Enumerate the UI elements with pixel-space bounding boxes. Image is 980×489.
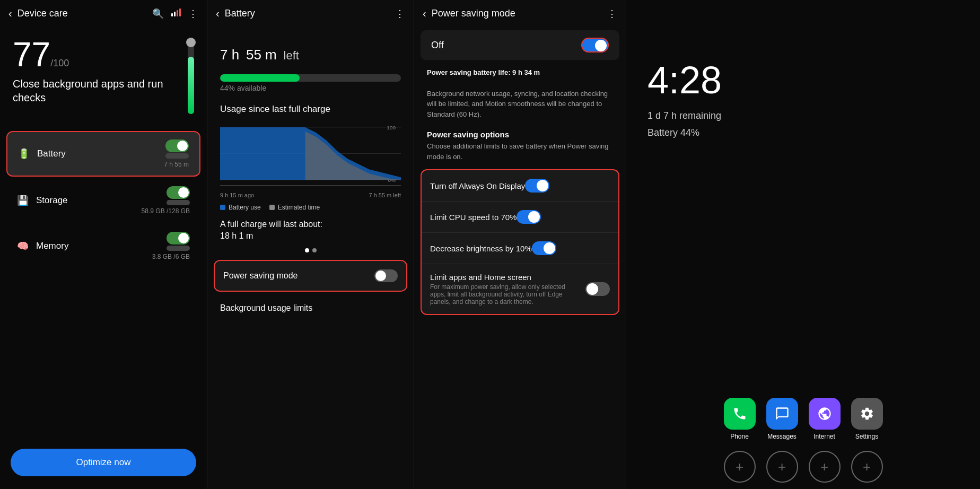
legend-estimated: Estimated time [269,204,320,211]
aod-toggle[interactable] [525,179,549,193]
ps-options-box: Turn off Always On Display Limit CPU spe… [421,169,619,315]
topbar-icons: 🔍 ⋮ [152,8,198,20]
ps-option-limit-apps[interactable]: Limit apps and Home screen For maximum p… [422,264,618,314]
battery-more-icon[interactable]: ⋮ [395,8,405,20]
battery-mins: 55 m [246,47,277,63]
brightness-toggle[interactable] [532,241,556,255]
battery-icon: 🔋 [18,148,33,160]
aod-time: 4:28 [626,27,980,107]
legend-battery-label: Battery use [229,204,261,211]
app-phone[interactable]: Phone [724,398,756,440]
legend-estimated-dot [269,205,275,210]
storage-toggle: 58.9 GB /128 GB [142,186,190,215]
ps-back-icon[interactable]: ‹ [423,7,426,20]
cpu-toggle[interactable] [517,210,541,224]
svg-rect-0 [171,13,173,16]
settings-icon [851,398,883,430]
brightness-toggle-thumb [544,242,555,254]
storage-toggle-sub [167,200,190,205]
page-dot-2 [312,248,317,252]
app-messages[interactable]: Messages [766,398,798,440]
more-menu-icon[interactable]: ⋮ [188,8,198,20]
score-description: Close background apps and run checks [13,77,179,104]
legend-battery-dot [220,205,225,210]
app-internet[interactable]: Internet [809,398,841,440]
battery-hours: 7 h [220,47,239,63]
ps-off-row: Off [421,30,619,60]
power-saving-thumb [375,270,386,281]
battery-title: Battery [225,8,395,19]
memory-item-value: 3.8 GB /6 GB [152,253,190,260]
ps-info-text: Background network usage, syncing, and l… [414,84,626,126]
app-settings[interactable]: Settings [851,398,883,440]
power-saving-row[interactable]: Power saving mode [214,260,407,292]
usage-section-label: Usage since last full charge [207,98,414,118]
svg-rect-3 [179,8,181,16]
battery-topbar: ‹ Battery ⋮ [207,0,414,27]
add-button-1[interactable]: + [724,451,756,483]
battery-progress-bar [220,74,401,82]
messages-icon [766,398,798,430]
score-display: 77/100 [13,38,179,72]
memory-toggle-sub [167,246,190,251]
storage-icon: 💾 [17,195,32,206]
ps-option-brightness-text: Decrease brightness by 10% [430,244,532,253]
add-button-4[interactable]: + [851,451,883,483]
power-saving-label: Power saving mode [223,271,374,281]
score-left: 77/100 Close background apps and run che… [13,38,179,104]
aod-toggle-thumb [537,180,548,191]
ps-option-limit-sub: For maximum power saving, allow only sel… [430,283,581,305]
svg-rect-1 [174,12,176,16]
ps-option-brightness[interactable]: Decrease brightness by 10% [422,233,618,264]
ps-more-icon[interactable]: ⋮ [607,8,617,20]
memory-toggle: 3.8 GB /6 GB [152,232,190,260]
memory-list-item[interactable]: 🧠 Memory 3.8 GB /6 GB [6,224,200,268]
ps-option-aod[interactable]: Turn off Always On Display [422,170,618,202]
device-care-title: Device care [18,8,152,19]
battery-item-label: Battery [37,149,164,159]
panel-battery: ‹ Battery ⋮ 7 h 55 m left 44% available … [207,0,414,489]
optimize-now-button[interactable]: Optimize now [11,449,196,476]
ps-battery-life: Power saving battery life: 9 h 34 m [414,63,626,84]
internet-icon [809,398,841,430]
limit-apps-thumb [587,283,598,295]
panel-power-saving: ‹ Power saving mode ⋮ Off Power saving b… [414,0,626,489]
storage-list-item[interactable]: 💾 Storage 58.9 GB /128 GB [6,179,200,222]
chart-legend: Battery use Estimated time [207,200,414,214]
storage-toggle-track[interactable] [167,186,190,199]
score-bar [188,40,194,114]
ps-off-label: Off [431,40,581,51]
limit-apps-toggle[interactable] [585,282,610,296]
memory-toggle-thumb [178,233,189,243]
memory-toggle-track[interactable] [167,232,190,244]
score-bar-dot [186,38,196,47]
ps-main-thumb [595,40,607,51]
phone-icon [724,398,756,430]
battery-back-icon[interactable]: ‹ [216,7,220,20]
battery-toggle-track[interactable] [165,139,189,152]
messages-label: Messages [767,433,797,440]
ps-option-aod-label: Turn off Always On Display [430,181,525,190]
power-saving-toggle[interactable] [374,269,398,282]
add-button-3[interactable]: + [809,451,841,483]
score-section: 77/100 Close background apps and run che… [0,27,207,125]
score-max: /100 [50,58,69,68]
memory-icon: 🧠 [17,240,32,252]
ps-option-brightness-label: Decrease brightness by 10% [430,244,532,253]
battery-left-label: left [284,49,299,62]
page-dot-1 [305,248,309,252]
full-charge-label: A full charge will last about: [207,214,414,231]
search-icon[interactable]: 🔍 [152,8,164,20]
add-button-2[interactable]: + [766,451,798,483]
ps-main-toggle[interactable] [581,38,609,53]
ps-options-header: Power saving options [414,126,626,141]
battery-list-item[interactable]: 🔋 Battery 7 h 55 m [6,131,200,177]
score-bar-fill [188,57,194,114]
add-buttons-row: + + + + [626,444,980,489]
ps-option-cpu[interactable]: Limit CPU speed to 70% [422,202,618,233]
ps-option-aod-text: Turn off Always On Display [430,181,525,190]
back-icon[interactable]: ‹ [8,7,12,20]
power-saving-topbar: ‹ Power saving mode ⋮ [414,0,626,27]
battery-item-value: 7 h 55 m [164,161,189,168]
ps-option-cpu-label: Limit CPU speed to 70% [430,213,517,222]
